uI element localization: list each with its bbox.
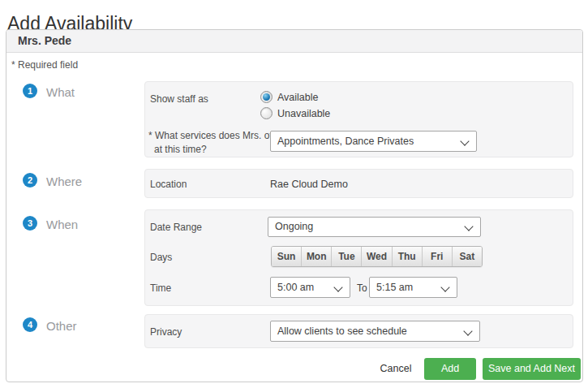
day-button-sun[interactable]: Sun (272, 247, 301, 266)
day-button-thu[interactable]: Thu (392, 247, 422, 266)
staff-name: Mrs. Pede (18, 34, 71, 47)
privacy-label: Privacy (150, 326, 182, 338)
privacy-select-value: Allow clients to see schedule (271, 321, 479, 341)
radio-available-label[interactable]: Available (277, 92, 319, 103)
radio-available[interactable] (260, 91, 273, 103)
time-to-label: To (357, 282, 367, 294)
section-3-badge: 3 (23, 216, 37, 231)
days-label: Days (150, 252, 172, 263)
where-fieldset: Location Rae Cloud Demo (144, 169, 573, 198)
date-range-label: Date Range (150, 222, 202, 233)
date-range-select[interactable]: Ongoing (268, 217, 481, 237)
location-value: Rae Cloud Demo (270, 179, 348, 190)
services-question-line1: * What services does Mrs. offer (148, 130, 284, 141)
panel-header: Mrs. Pede (6, 30, 582, 53)
section-2-badge: 2 (23, 173, 37, 188)
radio-unavailable-label[interactable]: Unavailable (277, 108, 330, 119)
section-label-where: Where (46, 175, 82, 188)
services-question-line2: at this time? (154, 144, 207, 155)
what-fieldset: Show staff as Available Unavailable * Wh… (144, 81, 573, 157)
services-select-value: Appointments, Dance Privates (271, 131, 476, 151)
required-note: * Required field (11, 59, 78, 71)
date-range-select-value: Ongoing (268, 218, 480, 236)
day-button-fri[interactable]: Fri (422, 247, 452, 266)
section-4-badge: 4 (23, 317, 37, 332)
time-label: Time (150, 282, 171, 294)
when-fieldset: Date Range Ongoing Days Sun Mon Tue Wed … (144, 209, 573, 306)
day-button-mon[interactable]: Mon (301, 247, 331, 266)
radio-unavailable[interactable] (260, 107, 273, 119)
section-label-other: Other (46, 319, 77, 333)
section-label-what: What (46, 85, 75, 99)
services-select[interactable]: Appointments, Dance Privates (270, 131, 477, 152)
other-fieldset: Privacy Allow clients to see schedule (144, 314, 573, 348)
cancel-button[interactable]: Cancel (371, 358, 420, 380)
day-button-tue[interactable]: Tue (331, 247, 361, 266)
section-label-when: When (46, 218, 78, 231)
day-button-wed[interactable]: Wed (361, 247, 391, 266)
days-button-group: Sun Mon Tue Wed Thu Fri Sat (271, 246, 483, 267)
privacy-select[interactable]: Allow clients to see schedule (270, 321, 480, 342)
section-1-badge: 1 (23, 84, 37, 98)
location-label: Location (150, 179, 187, 190)
add-availability-panel: Mrs. Pede * Required field 1 What 2 Wher… (6, 29, 583, 382)
day-button-sat[interactable]: Sat (452, 247, 482, 266)
save-and-add-next-button[interactable]: Save and Add Next (483, 358, 581, 380)
time-start-select[interactable]: 5:00 am (270, 277, 350, 298)
add-button[interactable]: Add (424, 358, 476, 380)
show-staff-as-label: Show staff as (150, 93, 208, 105)
time-end-select[interactable]: 5:15 am (369, 277, 457, 298)
